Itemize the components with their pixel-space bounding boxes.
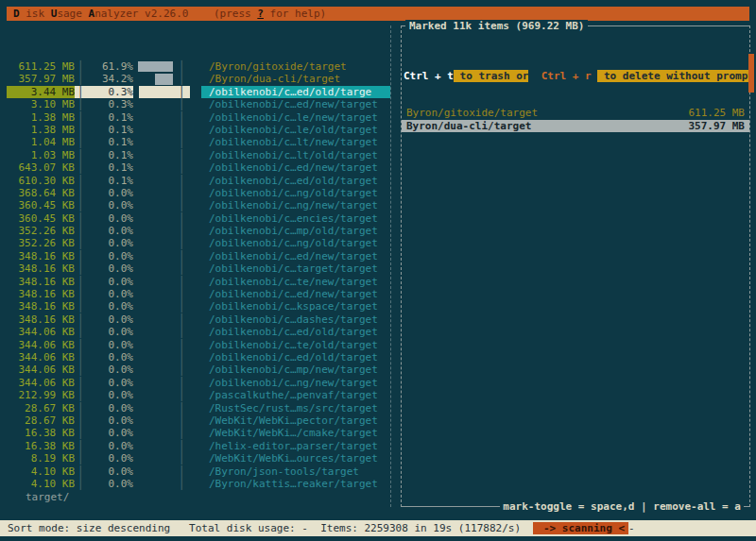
file-path: /obilkenobi/c…ng/old/target [201, 187, 390, 199]
file-row[interactable]: 28.67 KB│0.0%│/RustSec/rust…ms/src/targe… [7, 402, 390, 414]
title-segment: nalyzer v2.26.0 [94, 8, 188, 20]
column-separator: │ [173, 300, 190, 313]
column-separator: │ [75, 313, 86, 326]
usage-bar [139, 250, 173, 262]
column-separator: │ [75, 124, 86, 136]
usage-bar [139, 60, 173, 73]
file-percent: 0.0% [86, 440, 133, 452]
file-row[interactable]: 3.44 MB│0.3%│/obilkenobi/c…ed/old/targe [7, 86, 390, 98]
file-percent: 0.0% [86, 300, 133, 313]
file-path: /obilkenobi/c…te/old/target [201, 339, 390, 351]
file-row[interactable]: 357.97 MB│34.2%│/Byron/dua-cli/target [7, 73, 390, 85]
file-row[interactable]: 360.45 KB│0.0%│/obilkenobi/c…ng/new/targ… [7, 199, 390, 211]
column-separator: │ [173, 111, 190, 124]
file-row[interactable]: 348.16 KB│0.0%│/obilkenobi/c…te/new/targ… [7, 276, 390, 288]
file-size: 357.97 MB [7, 73, 75, 85]
file-row[interactable]: 4.10 KB│0.0%│/Byron/kattis…reaker/target [7, 478, 390, 490]
file-path: /Byron/dua-cli/target [201, 73, 390, 85]
file-row[interactable]: 344.06 KB│0.0%│/obilkenobi/c…te/old/targ… [7, 339, 390, 351]
file-row[interactable]: 348.16 KB│0.0%│/obilkenobi/c…dashes/targ… [7, 313, 390, 326]
total-usage-label: Total disk usage: - [170, 522, 308, 534]
file-row[interactable]: 352.26 KB│0.0%│/obilkenobi/c…mp/old/targ… [7, 225, 390, 237]
file-size: 28.67 KB [7, 414, 75, 427]
file-row[interactable]: 28.67 KB│0.0%│/WebKit/WebKi…pector/targe… [7, 414, 390, 427]
file-row[interactable]: 611.25 MB│61.9%│/Byron/gitoxide/target [7, 60, 390, 73]
help-hint: (press [214, 8, 257, 20]
file-path: /WebKit/WebKi…pector/target [201, 414, 390, 427]
marked-row[interactable]: Byron/dua-cli/target357.97 MB [402, 120, 749, 132]
usage-bar [139, 73, 173, 85]
file-row[interactable]: 348.16 KB│0.0%│/obilkenobi/c…ed/new/targ… [7, 288, 390, 300]
file-row[interactable]: 368.64 KB│0.0%│/obilkenobi/c…ng/old/targ… [7, 187, 390, 199]
file-path: /obilkenobi/c…te/new/target [201, 276, 390, 288]
column-separator: │ [75, 300, 86, 313]
file-row[interactable]: 8.19 KB│0.0%│/WebKit/WebKi…ources/target [7, 452, 390, 465]
file-percent: 0.1% [86, 124, 133, 136]
file-row[interactable]: 16.38 KB│0.0%│/WebKit/WebKi…/cmake/targe… [7, 427, 390, 439]
usage-bar [139, 363, 173, 376]
column-separator: │ [75, 161, 86, 174]
scrollbar-thumb[interactable] [748, 54, 754, 93]
file-row[interactable]: 348.16 KB│0.0%│/obilkenobi/c…ed/new/targ… [7, 250, 390, 262]
marked-row[interactable]: Byron/gitoxide/target611.25 MB [402, 107, 749, 119]
file-path: /obilkenobi/c…ed/new/target [201, 250, 390, 262]
file-row[interactable]: 348.16 KB│0.0%│/obilkenobi/c…kspace/targ… [7, 300, 390, 313]
status-bar: Sort mode: size descending Total disk us… [0, 520, 756, 536]
file-row[interactable]: 344.06 KB│0.0%│/obilkenobi/c…ed/old/targ… [7, 326, 390, 338]
usage-bar [139, 111, 173, 124]
file-row[interactable]: 643.07 KB│0.1%│/obilkenobi/c…ed/new/targ… [7, 161, 390, 174]
file-row[interactable]: 344.06 KB│0.0%│/obilkenobi/c…ed/old/targ… [7, 351, 390, 363]
file-row[interactable]: 1.03 MB│0.1%│/obilkenobi/c…lt/old/target [7, 149, 390, 161]
file-row[interactable]: 344.06 KB│0.0%│/obilkenobi/c…ng/new/targ… [7, 377, 390, 389]
file-row[interactable]: 16.38 KB│0.0%│/helix-editor…parser/targe… [7, 440, 390, 452]
column-separator: │ [173, 465, 190, 478]
column-separator: │ [173, 452, 190, 465]
file-path: /pascalkuthe/…penvaf/target [201, 389, 390, 401]
column-separator: │ [173, 199, 190, 211]
column-separator: │ [173, 60, 190, 73]
file-size: 368.64 KB [7, 187, 75, 199]
marked-panel-title: Marked 11k items (969.22 MB) [405, 20, 588, 32]
file-row[interactable]: 212.99 KB│0.0%│/pascalkuthe/…penvaf/targ… [7, 389, 390, 401]
column-separator: │ [173, 124, 190, 136]
column-separator: │ [75, 465, 86, 478]
file-path: /obilkenobi/c…ed/old/target [201, 175, 390, 187]
usage-bar [139, 161, 173, 174]
file-size: 352.26 KB [7, 237, 75, 249]
file-path: /obilkenobi/c…encies/target [201, 212, 390, 225]
usage-bar [139, 478, 173, 490]
file-size: 360.45 KB [7, 212, 75, 225]
file-percent: 61.9% [86, 60, 133, 73]
file-size: 4.10 KB [7, 465, 75, 478]
ctrl-r-key: Ctrl + r [535, 70, 597, 82]
file-row[interactable]: 1.38 MB│0.1%│/obilkenobi/c…le/new/target [7, 111, 390, 124]
usage-bar [139, 288, 173, 300]
file-row[interactable]: 3.10 MB│0.3%│/obilkenobi/c…ed/new/target [7, 98, 390, 110]
column-separator: │ [173, 377, 190, 389]
column-separator: │ [173, 86, 190, 98]
file-row[interactable]: 348.16 KB│0.0%│/obilkenobi/c…target/targ… [7, 262, 390, 275]
column-separator: │ [75, 288, 86, 300]
file-size: 348.16 KB [7, 276, 75, 288]
help-hint-tail: for help) [264, 8, 326, 20]
file-path: /obilkenobi/c…ng/old/target [201, 237, 390, 249]
file-row[interactable]: 360.45 KB│0.0%│/obilkenobi/c…encies/targ… [7, 212, 390, 225]
file-row[interactable]: 1.38 MB│0.1%│/obilkenobi/c…le/old/target [7, 124, 390, 136]
file-row[interactable]: 4.10 KB│0.0%│/Byron/json-tools/target [7, 465, 390, 478]
file-path: /WebKit/WebKi…/cmake/target [201, 427, 390, 439]
file-size: 611.25 MB [7, 60, 75, 73]
file-size: 610.30 KB [7, 175, 75, 187]
file-row[interactable]: 610.30 KB│0.1%│/obilkenobi/c…ed/old/targ… [7, 175, 390, 187]
file-size: 348.16 KB [7, 250, 75, 262]
usage-bar [139, 237, 173, 249]
column-separator: │ [173, 402, 190, 414]
file-percent: 0.0% [86, 339, 133, 351]
file-row[interactable]: 352.26 KB│0.0%│/obilkenobi/c…ng/old/targ… [7, 237, 390, 249]
file-path: /WebKit/WebKi…ources/target [201, 452, 390, 465]
file-percent: 0.0% [86, 478, 133, 490]
column-separator: │ [173, 161, 190, 174]
file-row[interactable]: 344.06 KB│0.0%│/obilkenobi/c…mp/new/targ… [7, 363, 390, 376]
column-separator: │ [75, 187, 86, 199]
file-row[interactable]: 1.04 MB│0.1%│/obilkenobi/c…lt/new/target [7, 136, 390, 148]
title-segment: sage [57, 8, 88, 20]
